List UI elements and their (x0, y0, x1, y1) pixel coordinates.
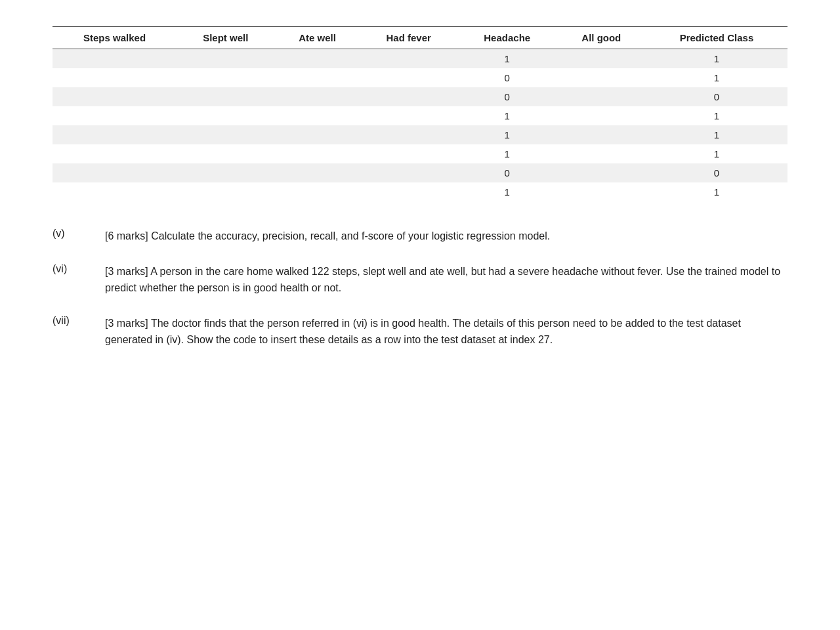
table-cell (177, 106, 274, 125)
table-row: 00 (52, 87, 788, 106)
question-label: (vi) (52, 263, 105, 275)
table-cell: 1 (457, 125, 557, 144)
table-cell (274, 68, 360, 87)
table-row: 11 (52, 125, 788, 144)
table-cell (52, 182, 177, 201)
table-cell: 0 (646, 87, 788, 106)
table-cell (177, 87, 274, 106)
table-cell (557, 144, 646, 163)
table-cell: 1 (646, 106, 788, 125)
data-table: Steps walkedSlept wellAte wellHad feverH… (52, 26, 788, 201)
table-row: 00 (52, 163, 788, 182)
table-cell (177, 144, 274, 163)
table-cell (52, 163, 177, 182)
table-cell (274, 163, 360, 182)
table-header-row: Steps walkedSlept wellAte wellHad feverH… (52, 27, 788, 49)
table-header-cell: All good (557, 27, 646, 49)
table-cell (557, 87, 646, 106)
question-label: (vii) (52, 315, 105, 327)
table-cell (360, 68, 457, 87)
table-cell (557, 68, 646, 87)
table-cell (52, 68, 177, 87)
table-cell (52, 125, 177, 144)
table-cell: 1 (646, 125, 788, 144)
table-cell (360, 125, 457, 144)
table-cell (360, 49, 457, 69)
question-item-3: (vii)[3 marks] The doctor finds that the… (52, 315, 788, 348)
table-cell (274, 49, 360, 69)
table-cell (274, 106, 360, 125)
table-cell (360, 163, 457, 182)
table-header-cell: Headache (457, 27, 557, 49)
table-cell (360, 87, 457, 106)
table-header-cell: Ate well (274, 27, 360, 49)
table-cell (177, 163, 274, 182)
table-cell: 1 (457, 106, 557, 125)
table-header-cell: Slept well (177, 27, 274, 49)
table-cell: 1 (457, 49, 557, 69)
table-cell (360, 144, 457, 163)
table-cell: 1 (646, 182, 788, 201)
table-cell (177, 68, 274, 87)
table-cell (52, 144, 177, 163)
table-row: 11 (52, 182, 788, 201)
table-cell (557, 163, 646, 182)
table-cell: 0 (646, 163, 788, 182)
table-section: Steps walkedSlept wellAte wellHad feverH… (52, 26, 788, 201)
questions-section: (v)[6 marks] Calculate the accuracy, pre… (52, 228, 788, 348)
table-cell (52, 106, 177, 125)
table-header-cell: Had fever (360, 27, 457, 49)
table-cell (557, 49, 646, 69)
question-item-2: (vi)[3 marks] A person in the care home … (52, 263, 788, 297)
question-label: (v) (52, 228, 105, 240)
table-cell (177, 125, 274, 144)
question-item-1: (v)[6 marks] Calculate the accuracy, pre… (52, 228, 788, 245)
table-cell (557, 125, 646, 144)
table-cell (360, 182, 457, 201)
table-row: 11 (52, 106, 788, 125)
table-cell (52, 49, 177, 69)
question-text: [6 marks] Calculate the accuracy, precis… (105, 228, 788, 245)
table-cell (557, 182, 646, 201)
table-cell (557, 106, 646, 125)
question-text: [3 marks] A person in the care home walk… (105, 263, 788, 297)
table-cell: 1 (457, 144, 557, 163)
table-cell (177, 182, 274, 201)
table-cell: 1 (457, 182, 557, 201)
table-cell: 0 (457, 87, 557, 106)
table-cell (274, 125, 360, 144)
table-header-cell: Steps walked (52, 27, 177, 49)
table-cell: 1 (646, 68, 788, 87)
table-cell (274, 144, 360, 163)
table-body: 1101001111110011 (52, 49, 788, 202)
table-cell: 0 (457, 163, 557, 182)
table-cell (274, 182, 360, 201)
table-row: 01 (52, 68, 788, 87)
table-header-cell: Predicted Class (646, 27, 788, 49)
table-cell: 1 (646, 49, 788, 69)
table-row: 11 (52, 144, 788, 163)
table-cell (177, 49, 274, 69)
table-cell (360, 106, 457, 125)
table-cell: 0 (457, 68, 557, 87)
table-cell (274, 87, 360, 106)
table-cell (52, 87, 177, 106)
table-cell: 1 (646, 144, 788, 163)
table-row: 11 (52, 49, 788, 69)
question-text: [3 marks] The doctor finds that the pers… (105, 315, 788, 348)
